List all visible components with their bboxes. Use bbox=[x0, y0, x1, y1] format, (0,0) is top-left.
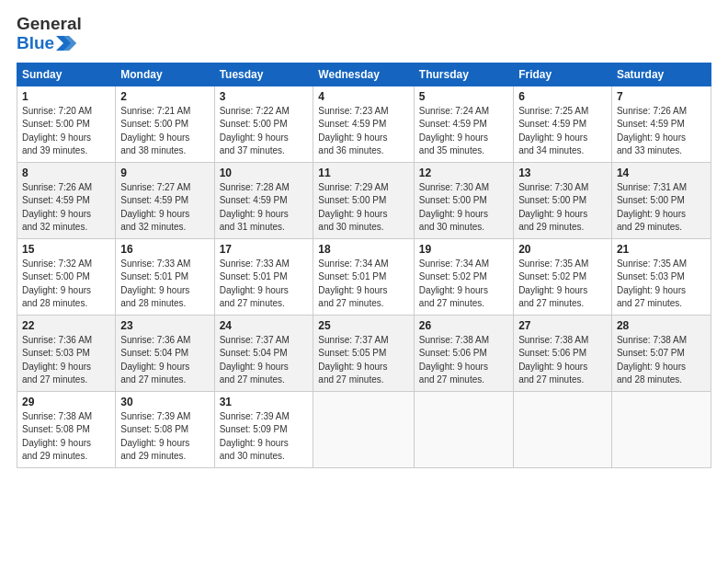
day-number: 10 bbox=[220, 167, 309, 179]
weekday-header-tuesday: Tuesday bbox=[214, 63, 313, 86]
day-info: Sunrise: 7:23 AM Sunset: 4:59 PM Dayligh… bbox=[318, 105, 409, 158]
logo-arrow-icon bbox=[56, 36, 76, 51]
calendar-cell: 5Sunrise: 7:24 AM Sunset: 4:59 PM Daylig… bbox=[414, 86, 513, 162]
day-number: 9 bbox=[120, 167, 209, 179]
week-row-1: 1Sunrise: 7:20 AM Sunset: 5:00 PM Daylig… bbox=[17, 86, 711, 162]
calendar-cell: 29Sunrise: 7:38 AM Sunset: 5:08 PM Dayli… bbox=[17, 391, 116, 467]
calendar-cell bbox=[514, 391, 612, 467]
calendar-cell bbox=[611, 391, 711, 467]
day-number: 12 bbox=[419, 167, 508, 179]
week-row-3: 15Sunrise: 7:32 AM Sunset: 5:00 PM Dayli… bbox=[17, 238, 711, 315]
logo-general: General bbox=[17, 15, 82, 34]
day-info: Sunrise: 7:30 AM Sunset: 5:00 PM Dayligh… bbox=[518, 181, 607, 235]
day-info: Sunrise: 7:26 AM Sunset: 4:59 PM Dayligh… bbox=[617, 105, 706, 158]
day-number: 8 bbox=[22, 167, 110, 179]
calendar-cell: 17Sunrise: 7:33 AM Sunset: 5:01 PM Dayli… bbox=[214, 238, 313, 315]
day-number: 19 bbox=[419, 243, 508, 256]
weekday-header-wednesday: Wednesday bbox=[313, 63, 415, 86]
calendar-cell: 22Sunrise: 7:36 AM Sunset: 5:03 PM Dayli… bbox=[17, 315, 116, 391]
day-number: 7 bbox=[617, 90, 706, 103]
day-info: Sunrise: 7:33 AM Sunset: 5:01 PM Dayligh… bbox=[120, 258, 209, 311]
day-number: 25 bbox=[318, 319, 409, 332]
calendar-cell: 31Sunrise: 7:39 AM Sunset: 5:09 PM Dayli… bbox=[214, 391, 313, 467]
day-number: 15 bbox=[22, 243, 110, 256]
calendar-cell bbox=[313, 391, 415, 467]
logo: General Blue bbox=[17, 15, 82, 53]
day-info: Sunrise: 7:20 AM Sunset: 5:00 PM Dayligh… bbox=[22, 105, 110, 158]
day-info: Sunrise: 7:32 AM Sunset: 5:00 PM Dayligh… bbox=[22, 258, 110, 311]
day-number: 24 bbox=[220, 319, 309, 332]
logo-text-block: General Blue bbox=[17, 15, 82, 53]
day-info: Sunrise: 7:29 AM Sunset: 5:00 PM Dayligh… bbox=[318, 181, 409, 235]
day-info: Sunrise: 7:38 AM Sunset: 5:06 PM Dayligh… bbox=[518, 334, 607, 387]
day-info: Sunrise: 7:35 AM Sunset: 5:03 PM Dayligh… bbox=[617, 258, 706, 311]
day-number: 1 bbox=[22, 90, 110, 103]
weekday-header-monday: Monday bbox=[116, 63, 214, 86]
calendar-cell: 13Sunrise: 7:30 AM Sunset: 5:00 PM Dayli… bbox=[514, 162, 612, 238]
page: General Blue SundayMondayTuesdayWednesda… bbox=[0, 0, 728, 563]
day-number: 17 bbox=[220, 243, 309, 256]
calendar-cell: 14Sunrise: 7:31 AM Sunset: 5:00 PM Dayli… bbox=[611, 162, 711, 238]
weekday-header-saturday: Saturday bbox=[611, 63, 711, 86]
day-info: Sunrise: 7:27 AM Sunset: 4:59 PM Dayligh… bbox=[120, 181, 209, 235]
day-info: Sunrise: 7:37 AM Sunset: 5:04 PM Dayligh… bbox=[220, 334, 309, 387]
calendar-cell: 19Sunrise: 7:34 AM Sunset: 5:02 PM Dayli… bbox=[414, 238, 513, 315]
calendar-cell bbox=[414, 391, 513, 467]
day-number: 13 bbox=[518, 167, 607, 179]
day-number: 26 bbox=[419, 319, 508, 332]
day-number: 28 bbox=[617, 319, 706, 332]
day-number: 29 bbox=[22, 396, 110, 408]
calendar-cell: 30Sunrise: 7:39 AM Sunset: 5:08 PM Dayli… bbox=[116, 391, 214, 467]
day-number: 6 bbox=[518, 90, 607, 103]
calendar-cell: 21Sunrise: 7:35 AM Sunset: 5:03 PM Dayli… bbox=[611, 238, 711, 315]
day-number: 20 bbox=[518, 243, 607, 256]
calendar-cell: 18Sunrise: 7:34 AM Sunset: 5:01 PM Dayli… bbox=[313, 238, 415, 315]
day-info: Sunrise: 7:22 AM Sunset: 5:00 PM Dayligh… bbox=[220, 105, 309, 158]
day-number: 22 bbox=[22, 319, 110, 332]
day-number: 31 bbox=[220, 396, 309, 408]
calendar-cell: 15Sunrise: 7:32 AM Sunset: 5:00 PM Dayli… bbox=[17, 238, 116, 315]
day-number: 5 bbox=[419, 90, 508, 103]
header: General Blue bbox=[17, 15, 711, 53]
day-info: Sunrise: 7:36 AM Sunset: 5:03 PM Dayligh… bbox=[22, 334, 110, 387]
calendar-cell: 25Sunrise: 7:37 AM Sunset: 5:05 PM Dayli… bbox=[313, 315, 415, 391]
day-info: Sunrise: 7:25 AM Sunset: 4:59 PM Dayligh… bbox=[518, 105, 607, 158]
day-number: 14 bbox=[617, 167, 706, 179]
calendar-cell: 4Sunrise: 7:23 AM Sunset: 4:59 PM Daylig… bbox=[313, 86, 415, 162]
day-number: 2 bbox=[120, 90, 209, 103]
day-info: Sunrise: 7:36 AM Sunset: 5:04 PM Dayligh… bbox=[120, 334, 209, 387]
calendar-table: SundayMondayTuesdayWednesdayThursdayFrid… bbox=[17, 63, 711, 468]
calendar-cell: 26Sunrise: 7:38 AM Sunset: 5:06 PM Dayli… bbox=[414, 315, 513, 391]
day-info: Sunrise: 7:39 AM Sunset: 5:08 PM Dayligh… bbox=[120, 410, 209, 464]
day-number: 27 bbox=[518, 319, 607, 332]
week-row-5: 29Sunrise: 7:38 AM Sunset: 5:08 PM Dayli… bbox=[17, 391, 711, 467]
calendar-cell: 3Sunrise: 7:22 AM Sunset: 5:00 PM Daylig… bbox=[214, 86, 313, 162]
day-info: Sunrise: 7:38 AM Sunset: 5:08 PM Dayligh… bbox=[22, 410, 110, 464]
day-info: Sunrise: 7:37 AM Sunset: 5:05 PM Dayligh… bbox=[318, 334, 409, 387]
calendar-cell: 23Sunrise: 7:36 AM Sunset: 5:04 PM Dayli… bbox=[116, 315, 214, 391]
calendar-cell: 2Sunrise: 7:21 AM Sunset: 5:00 PM Daylig… bbox=[116, 86, 214, 162]
day-number: 16 bbox=[120, 243, 209, 256]
calendar-cell: 8Sunrise: 7:26 AM Sunset: 4:59 PM Daylig… bbox=[17, 162, 116, 238]
day-number: 11 bbox=[318, 167, 409, 179]
day-info: Sunrise: 7:38 AM Sunset: 5:07 PM Dayligh… bbox=[617, 334, 706, 387]
day-number: 21 bbox=[617, 243, 706, 256]
calendar-cell: 20Sunrise: 7:35 AM Sunset: 5:02 PM Dayli… bbox=[514, 238, 612, 315]
calendar-cell: 1Sunrise: 7:20 AM Sunset: 5:00 PM Daylig… bbox=[17, 86, 116, 162]
week-row-4: 22Sunrise: 7:36 AM Sunset: 5:03 PM Dayli… bbox=[17, 315, 711, 391]
day-number: 30 bbox=[120, 396, 209, 408]
calendar-cell: 10Sunrise: 7:28 AM Sunset: 4:59 PM Dayli… bbox=[214, 162, 313, 238]
day-info: Sunrise: 7:26 AM Sunset: 4:59 PM Dayligh… bbox=[22, 181, 110, 235]
day-info: Sunrise: 7:39 AM Sunset: 5:09 PM Dayligh… bbox=[220, 410, 309, 464]
logo-container: General Blue bbox=[17, 15, 82, 53]
day-info: Sunrise: 7:28 AM Sunset: 4:59 PM Dayligh… bbox=[220, 181, 309, 235]
day-info: Sunrise: 7:21 AM Sunset: 5:00 PM Dayligh… bbox=[120, 105, 209, 158]
calendar-cell: 16Sunrise: 7:33 AM Sunset: 5:01 PM Dayli… bbox=[116, 238, 214, 315]
logo-blue: Blue bbox=[17, 34, 54, 53]
day-info: Sunrise: 7:30 AM Sunset: 5:00 PM Dayligh… bbox=[419, 181, 508, 235]
day-number: 3 bbox=[220, 90, 309, 103]
day-info: Sunrise: 7:38 AM Sunset: 5:06 PM Dayligh… bbox=[419, 334, 508, 387]
day-info: Sunrise: 7:33 AM Sunset: 5:01 PM Dayligh… bbox=[220, 258, 309, 311]
weekday-header-friday: Friday bbox=[514, 63, 612, 86]
day-number: 23 bbox=[120, 319, 209, 332]
